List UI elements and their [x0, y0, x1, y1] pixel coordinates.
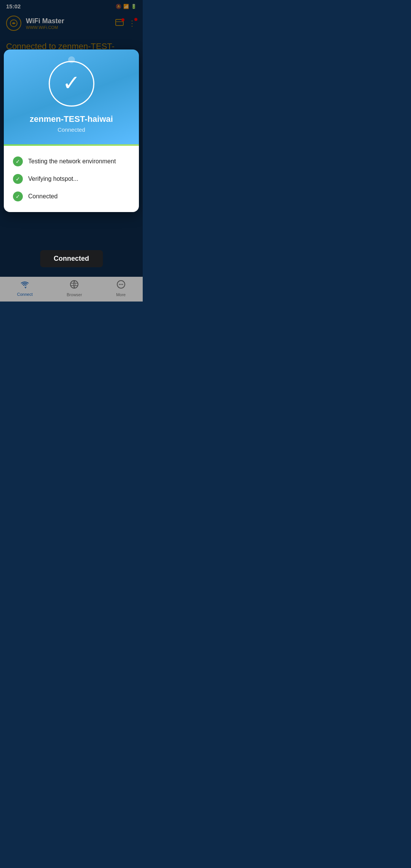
modal-network-name: zenmen-TEST-haiwai: [30, 114, 113, 124]
connection-modal: ✓ zenmen-TEST-haiwai Connected ✓ Testing…: [4, 49, 139, 212]
step-text: Connected: [28, 193, 57, 200]
step-text: Verifying hotspot...: [28, 176, 78, 182]
checkmark-icon: ✓: [62, 72, 80, 94]
step-text: Testing the network environment: [28, 158, 116, 165]
step-2: ✓ Verifying hotspot...: [13, 174, 130, 184]
step-check-icon: ✓: [13, 156, 23, 166]
modal-top: ✓ zenmen-TEST-haiwai Connected: [4, 49, 139, 144]
step-1: ✓ Testing the network environment: [13, 156, 130, 166]
modal-circle-decoration: [68, 56, 75, 63]
step-check-icon: ✓: [13, 191, 23, 201]
connected-toast: Connected: [40, 250, 103, 267]
modal-connected-status: Connected: [57, 126, 85, 133]
check-circle: ✓: [49, 61, 94, 107]
step-check-icon: ✓: [13, 174, 23, 184]
modal-bottom: ✓ Testing the network environment ✓ Veri…: [4, 146, 139, 212]
step-3: ✓ Connected: [13, 191, 130, 201]
